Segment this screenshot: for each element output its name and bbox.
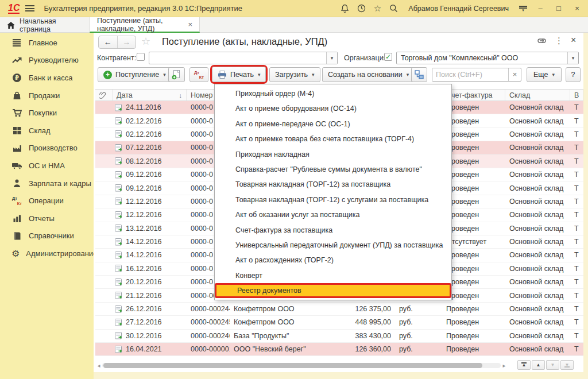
cell-kind: Т <box>570 171 583 179</box>
create-postuplenie-button[interactable]: + Поступление ▾ <box>98 67 172 82</box>
back-button[interactable]: ← <box>99 36 118 48</box>
print-button[interactable]: Печать ▾ <box>212 67 266 82</box>
go-last-button[interactable]: ▼ <box>560 360 574 370</box>
print-menu-item-highlighted[interactable]: Реестр документов <box>215 283 451 298</box>
sidebar-item-gear[interactable]: ⚙ Администрирование <box>0 245 94 262</box>
org-checkbox[interactable]: ✓ <box>384 53 392 61</box>
kontragent-checkbox[interactable] <box>137 53 145 61</box>
show-postings-dtkt-button[interactable]: ДтКт <box>189 67 208 82</box>
service-menu-icon[interactable]: ▾ <box>519 6 527 11</box>
load-button[interactable]: Загрузить ▾ <box>269 67 320 82</box>
table-row[interactable]: 16.04.2021 0000-000001 ООО "Невский бере… <box>95 343 583 356</box>
chevron-down-icon[interactable]: ▾ <box>326 52 337 64</box>
column-header-kind[interactable]: В <box>570 90 583 100</box>
horizontal-scrollbar[interactable]: ◂ ▸ <box>95 360 583 370</box>
cell-stock: Основной склад <box>505 171 570 179</box>
column-header-date[interactable]: Дата ↓ <box>113 90 187 100</box>
more-menu-icon[interactable]: ⋮ <box>555 36 563 46</box>
history-icon[interactable] <box>357 4 366 13</box>
sidebar-item-factory[interactable]: Производство <box>0 140 94 157</box>
global-search-icon[interactable] <box>389 4 398 13</box>
search-box[interactable]: × <box>432 68 521 82</box>
tab-close-icon[interactable]: × <box>188 20 192 29</box>
print-menu-item[interactable]: Товарная накладная (ТОРГ-12) за поставщи… <box>215 177 451 192</box>
kontragent-combo[interactable]: ▾ <box>149 52 338 64</box>
sidebar-item-dtkt[interactable]: ДтКт Операции <box>0 192 94 210</box>
scroll-right-icon[interactable]: ▸ <box>501 362 508 369</box>
go-up-button[interactable]: ▲ <box>532 360 545 370</box>
current-user[interactable]: Абрамов Геннадий Сергеевич <box>408 5 509 13</box>
main-menu-icon[interactable] <box>25 5 34 11</box>
close-window-button[interactable]: × <box>572 4 582 13</box>
sidebar-item-chart[interactable]: Отчеты <box>0 210 94 227</box>
print-menu-item[interactable]: Акт о приемке товара без счета поставщик… <box>215 132 451 146</box>
go-first-button[interactable]: ▲ <box>517 360 531 370</box>
page-title: Поступление (акты, накладные, УПД) <box>162 36 327 47</box>
attachment-column-header[interactable] <box>95 90 113 100</box>
print-menu-item[interactable]: Акт о приеме оборудования (ОС-14) <box>215 101 451 116</box>
print-menu-item[interactable]: Товарная накладная (ТОРГ-12) с услугами … <box>215 192 451 207</box>
sidebar-item-label: Руководителю <box>29 56 79 64</box>
sidebar-item-truck[interactable]: ОС и НМА <box>0 157 94 175</box>
add-favorite-star-icon[interactable]: ☆ <box>141 35 150 48</box>
posted-document-icon <box>115 252 123 259</box>
print-menu-item[interactable]: Справка-расчет "Рублевые суммы документа… <box>215 162 451 177</box>
table-row[interactable]: 30.12.2016 0000-000246 База "Продукты" 3… <box>95 330 583 343</box>
chevron-down-icon[interactable]: ▾ <box>567 52 578 64</box>
print-menu-item[interactable]: Универсальный передаточный документ (УПД… <box>215 238 451 253</box>
print-menu-item[interactable]: Акт о приеме-передаче ОС (ОС-1) <box>215 117 451 132</box>
table-row[interactable]: 26.12.2016 0000-000244 Конфетпром ООО 12… <box>95 303 583 316</box>
trend-icon <box>11 56 22 64</box>
scroll-left-icon[interactable]: ◂ <box>95 362 102 369</box>
create-based-on-button[interactable]: Создать на основании ▾ <box>322 67 415 82</box>
favorites-star-icon[interactable]: ☆ <box>374 4 381 13</box>
sidebar-item-grid[interactable]: Склад <box>0 122 94 140</box>
history-nav-buttons[interactable]: ← → <box>98 36 136 49</box>
sidebar-item-book[interactable]: Справочники <box>0 227 94 245</box>
org-combo[interactable]: Торговый дом "Комплексный" ООО ▾ <box>396 52 579 64</box>
sidebar-item-label: ОС и НМА <box>29 161 65 170</box>
copy-document-button[interactable] <box>168 67 185 82</box>
sidebar-item-ruble[interactable]: ₽ Банк и касса <box>0 69 94 87</box>
cell-kind: Т <box>570 184 583 192</box>
tab-home[interactable]: Начальная страница <box>0 17 90 33</box>
help-button[interactable]: ? <box>566 67 581 82</box>
cell-date: 27.12.2016 <box>126 318 162 326</box>
cell-date: 21.12.2016 <box>126 292 162 300</box>
print-menu-item[interactable]: Акт о расхождениях (ТОРГ-2) <box>215 253 451 268</box>
print-menu-item[interactable]: Приходная накладная <box>215 147 451 162</box>
cell-kind: Т <box>570 144 583 152</box>
forward-button[interactable]: → <box>118 36 136 48</box>
sidebar-item-menu-lines[interactable]: Главное <box>0 34 94 52</box>
go-down-button[interactable]: ▼ <box>546 360 559 370</box>
print-menu-item[interactable]: Приходный ордер (М-4) <box>215 86 451 101</box>
close-form-icon[interactable]: × <box>571 35 576 45</box>
sidebar-item-person[interactable]: Зарплата и кадры <box>0 175 94 192</box>
cell-sum: 383 430,00 <box>345 332 395 340</box>
table-row[interactable]: 27.12.2016 0000-000245 Конфетпром ООО 44… <box>95 316 583 329</box>
titlebar: 1С Бухгалтерия предприятия, редакция 3.0… <box>0 0 588 17</box>
sidebar-item-cart[interactable]: Покупки <box>0 104 94 122</box>
cell-number: 0000-000001 <box>187 345 230 353</box>
cell-stock: Основной склад <box>505 251 570 259</box>
minimize-button[interactable]: – <box>535 4 546 13</box>
cell-stock: Основной склад <box>505 184 570 192</box>
posted-document-icon <box>115 157 123 165</box>
tab-postuplenie[interactable]: Поступление (акты, накладные, УПД) × <box>90 17 200 33</box>
scrollbar-thumb[interactable] <box>103 363 482 368</box>
sidebar-item-trend[interactable]: Руководителю <box>0 52 94 69</box>
notifications-bell-icon[interactable] <box>341 4 349 13</box>
more-button[interactable]: Еще ▾ <box>527 67 562 82</box>
print-menu-item[interactable]: Акт об оказании услуг за поставщика <box>215 207 451 222</box>
sidebar-item-bag[interactable]: Продажи <box>0 87 94 105</box>
clear-search-icon[interactable]: × <box>508 68 521 81</box>
related-documents-button[interactable] <box>411 67 427 82</box>
print-menu-item[interactable]: Счет-фактура за поставщика <box>215 223 451 238</box>
cell-date: 14.12.2016 <box>126 251 162 259</box>
get-link-icon[interactable] <box>537 37 547 44</box>
print-menu-item[interactable]: Конверт <box>215 268 451 283</box>
column-header-stock[interactable]: Склад <box>505 90 570 100</box>
search-input[interactable] <box>432 68 508 81</box>
posted-document-icon <box>115 104 123 111</box>
maximize-button[interactable]: □ <box>554 4 564 13</box>
